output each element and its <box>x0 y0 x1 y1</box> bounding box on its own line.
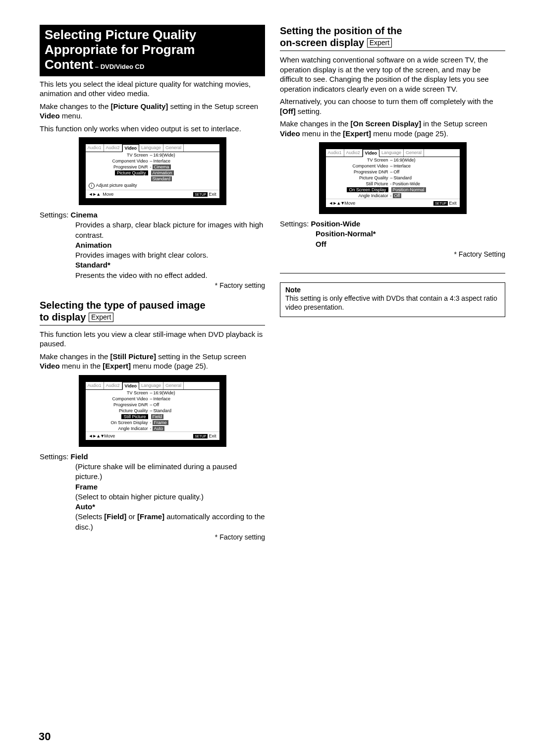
para: Make changes in the [Still Picture] sett… <box>40 352 265 371</box>
factory-note: * Factory setting <box>40 533 265 541</box>
para: When watching conventional software on a… <box>280 55 505 94</box>
para: Make changes in the [On Screen Display] … <box>280 119 505 138</box>
manual-page: Selecting Picture Quality Appropriate fo… <box>0 0 535 556</box>
para: This function lets you view a clear stil… <box>40 329 265 349</box>
expert-badge: Expert <box>89 313 113 322</box>
expert-badge: Expert <box>367 38 392 48</box>
section-head-picture-quality: Selecting Picture Quality Appropriate fo… <box>40 25 265 76</box>
osd-tabs: Audio1 Audio2 Video Language General <box>86 144 219 152</box>
settings-list: Settings: Cinema Provides a sharp, clear… <box>40 210 265 280</box>
note-box: Note This setting is only effective with… <box>280 282 505 317</box>
heading-line1: Selecting Picture Quality <box>45 28 260 43</box>
osd-screenshot-picture-quality: Audio1 Audio2 Video Language General TV … <box>79 137 226 205</box>
settings-list: Settings: Position-Wide Position-Normal*… <box>280 219 505 249</box>
osd-screenshot-still-picture: Audio1 Audio2 Video Language General TV … <box>79 375 226 447</box>
factory-note: * Factory setting <box>40 281 265 289</box>
subhead-osd-position: Setting the position of the on-screen di… <box>280 25 505 49</box>
heading-line3: Content – DVD/Video CD <box>45 57 260 72</box>
left-column: Selecting Picture Quality Appropriate fo… <box>40 25 265 541</box>
para: Make changes to the [Picture Quality] se… <box>40 102 265 121</box>
note-body: This setting is only effective with DVDs… <box>285 294 500 312</box>
settings-list: Settings: Field (Picture shake will be e… <box>40 452 265 532</box>
note-title: Note <box>285 286 500 294</box>
heading-line2: Appropriate for Program <box>45 43 260 57</box>
divider <box>280 273 505 273</box>
osd-screenshot-osd-position: Audio1 Audio2 Video Language General TV … <box>319 142 467 214</box>
divider <box>40 325 265 325</box>
factory-note: * Factory Setting <box>280 250 505 258</box>
para: Alternatively, you can choose to turn th… <box>280 97 505 116</box>
divider <box>280 51 505 51</box>
para: This function only works when video outp… <box>40 124 265 134</box>
para: This lets you select the ideal picture q… <box>40 79 265 99</box>
right-column: Setting the position of the on-screen di… <box>280 25 505 541</box>
subhead-still-picture: Selecting the type of paused image to di… <box>40 299 265 323</box>
